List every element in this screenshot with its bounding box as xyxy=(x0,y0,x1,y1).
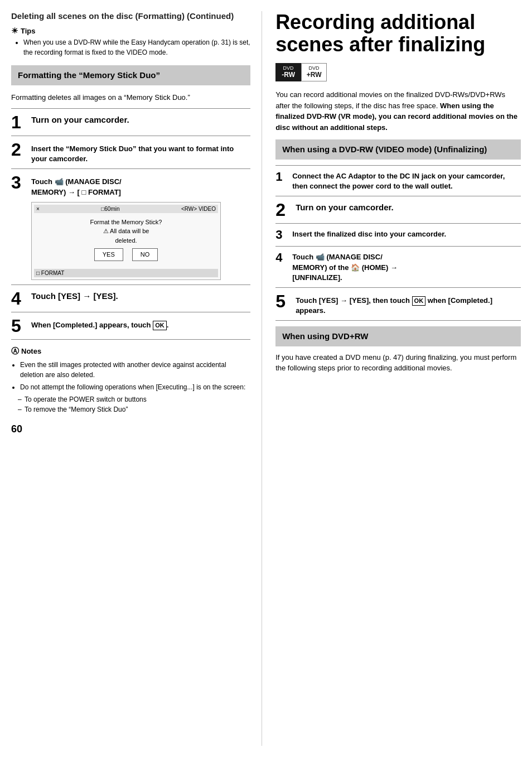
right-divider-6 xyxy=(275,320,521,321)
step-2-number: 2 xyxy=(11,141,27,158)
right-step-3-text: Insert the finalized disc into your camc… xyxy=(292,228,446,239)
step-1-row: 1 Turn on your camcorder. xyxy=(11,113,250,131)
step-4-text: Touch [YES] → [YES]. xyxy=(31,290,118,302)
badge-dvd-prw-bottom: +RW xyxy=(307,71,322,79)
tips-list: When you use a DVD-RW while the Easy Han… xyxy=(11,37,250,57)
big-title-line1: Recording additional xyxy=(275,11,475,33)
step-2-text: Insert the “Memory Stick Duo” that you w… xyxy=(31,141,250,164)
section2-title: When using DVD+RW xyxy=(275,326,521,346)
step-3-row: 3 Touch 📹 (MANAGE DISC/MEMORY) → [ □ FOR… xyxy=(11,173,250,197)
tips-block: ☀ Tips When you use a DVD-RW while the E… xyxy=(11,26,250,57)
screen-mode: <RW> VIDEO xyxy=(181,206,216,212)
format-description: Formatting deletes all images on a “Memo… xyxy=(11,92,250,103)
right-column: Recording additional scenes after finali… xyxy=(262,11,521,746)
right-step-4-number: 4 xyxy=(275,251,288,264)
big-title: Recording additional scenes after finali… xyxy=(275,11,521,55)
step-4-row: 4 Touch [YES] → [YES]. xyxy=(11,290,250,307)
notes-item-2: Do not attempt the following operations … xyxy=(20,382,250,392)
step-2-row: 2 Insert the “Memory Stick Duo” that you… xyxy=(11,141,250,164)
step-4-number: 4 xyxy=(11,290,27,307)
right-divider-2 xyxy=(275,196,521,196)
step-3-number: 3 xyxy=(11,173,27,191)
right-divider-5 xyxy=(275,287,521,288)
screen-body-line2: ⚠ All data will be xyxy=(37,226,215,236)
divider-4 xyxy=(11,285,250,285)
screen-buttons: YES NO xyxy=(37,248,215,261)
divider-6 xyxy=(11,339,250,340)
right-step-2-text: Turn on your camcorder. xyxy=(296,201,394,213)
screen-body: Format the Memory Stick? ⚠ All data will… xyxy=(34,213,218,269)
right-ok-box: OK xyxy=(412,296,426,306)
right-divider-4 xyxy=(275,246,521,247)
screen-body-line3: deleted. xyxy=(37,236,215,245)
screen-no-button[interactable]: NO xyxy=(132,248,158,261)
badge-row: DVD -RW DVD +RW xyxy=(275,63,521,81)
divider-2 xyxy=(11,136,250,136)
right-step-5-text: Touch [YES] → [YES], then touch OK when … xyxy=(296,292,521,316)
screen-footer-text: □ FORMAT xyxy=(36,270,64,276)
notes-sub-item-2: To remove the “Memory Stick Duo” xyxy=(25,404,250,414)
right-step-3-row: 3 Insert the finalized disc into your ca… xyxy=(275,228,521,242)
divider-3 xyxy=(11,168,250,169)
right-step-5-row: 5 Touch [YES] → [YES], then touch OK whe… xyxy=(275,292,521,316)
page-number: 60 xyxy=(11,423,250,435)
right-step-4-row: 4 Touch 📹 (MANAGE DISC/MEMORY) of the 🏠 … xyxy=(275,251,521,283)
step-3-text: Touch 📹 (MANAGE DISC/MEMORY) → [ □ FORMA… xyxy=(31,173,122,197)
left-section-title: Deleting all scenes on the disc (Formatt… xyxy=(11,11,250,21)
section1-title: When using a DVD-RW (VIDEO mode) (Unfina… xyxy=(275,139,521,160)
screen-body-line1: Format the Memory Stick? xyxy=(37,218,215,227)
notes-icon: Ⓐ xyxy=(11,346,19,356)
screen-footer: □ FORMAT xyxy=(34,269,218,277)
notes-block: Ⓐ Notes Even the still images protected … xyxy=(11,346,250,414)
right-step-5-number: 5 xyxy=(275,292,291,310)
right-step-2-number: 2 xyxy=(275,201,291,219)
badge-dvd-rw: DVD -RW xyxy=(275,63,301,81)
right-divider-3 xyxy=(275,223,521,224)
notes-label: Notes xyxy=(21,347,41,355)
right-intro-bold: When using the finalized DVD-RW (VR mode… xyxy=(275,102,518,132)
badge-dvd-rw-bottom: -RW xyxy=(282,71,295,79)
step-1-number: 1 xyxy=(11,113,27,131)
screen-header: × □60min <RW> VIDEO xyxy=(34,205,218,213)
divider-1 xyxy=(11,108,250,109)
right-step-3-number: 3 xyxy=(275,228,288,242)
notes-item-1: Even the still images protected with ano… xyxy=(20,360,250,380)
right-step-1-number: 1 xyxy=(275,170,288,184)
section2-desc: If you have created a DVD menu (p. 47) d… xyxy=(275,352,521,374)
left-column: Deleting all scenes on the disc (Formatt… xyxy=(11,11,262,746)
right-intro: You can record additional movies on the … xyxy=(275,89,521,133)
tips-item-1: When you use a DVD-RW while the Easy Han… xyxy=(23,37,250,57)
screen-mockup: × □60min <RW> VIDEO Format the Memory St… xyxy=(31,202,221,280)
page: Deleting all scenes on the disc (Formatt… xyxy=(0,0,532,757)
notes-sub-item-1: To operate the POWER switch or buttons xyxy=(25,394,250,404)
right-step-2-row: 2 Turn on your camcorder. xyxy=(275,201,521,219)
right-step-4-text: Touch 📹 (MANAGE DISC/MEMORY) of the 🏠 (H… xyxy=(292,251,398,283)
divider-5 xyxy=(11,312,250,312)
badge-dvd-prw: DVD +RW xyxy=(301,63,327,81)
notes-list: Even the still images protected with ano… xyxy=(11,360,250,414)
right-step-1-text: Connect the AC Adaptor to the DC IN jack… xyxy=(292,170,521,191)
tips-icon: ☀ xyxy=(11,26,18,35)
screen-yes-button[interactable]: YES xyxy=(94,248,123,261)
right-divider-1 xyxy=(275,165,521,166)
step-5-number: 5 xyxy=(11,317,27,335)
step-1-text: Turn on your camcorder. xyxy=(31,113,129,126)
right-step-1-row: 1 Connect the AC Adaptor to the DC IN ja… xyxy=(275,170,521,191)
ok-box: OK xyxy=(153,321,167,330)
screen-time: □60min xyxy=(101,206,119,212)
step-5-row: 5 When [Completed.] appears, touch OK. xyxy=(11,317,250,335)
notes-heading: Ⓐ Notes xyxy=(11,346,250,356)
screen-close-icon: × xyxy=(36,206,40,212)
step-5-text: When [Completed.] appears, touch OK. xyxy=(31,317,168,330)
big-title-line2: scenes after finalizing xyxy=(275,33,485,56)
tips-label: Tips xyxy=(21,27,36,35)
formatting-box-title: Formatting the “Memory Stick Duo” xyxy=(11,65,250,85)
tips-heading: ☀ Tips xyxy=(11,26,250,35)
